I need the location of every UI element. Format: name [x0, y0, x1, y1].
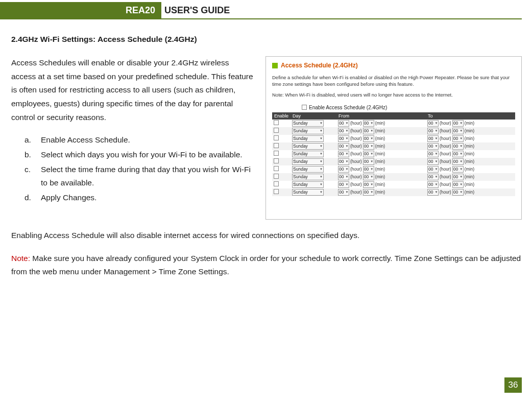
hour-select[interactable]: 00 [427, 158, 439, 165]
table-row: Sunday00(hour)00(min)00(hour)00(min) [272, 127, 515, 135]
min-select[interactable]: 00 [363, 151, 374, 157]
row-enable-checkbox[interactable] [274, 174, 279, 179]
hour-select[interactable]: 00 [338, 189, 349, 196]
hour-label: (hour) [350, 167, 362, 172]
min-select[interactable]: 00 [363, 135, 374, 142]
enable-schedule-label: Enable Access Schedule (2.4GHz) [309, 105, 387, 110]
row-enable-checkbox[interactable] [274, 181, 279, 186]
day-select[interactable]: Sunday [292, 166, 324, 173]
min-select[interactable]: 00 [452, 143, 464, 150]
day-select[interactable]: Sunday [292, 135, 324, 142]
hour-label: (hour) [350, 121, 362, 126]
row-enable-checkbox[interactable] [274, 143, 279, 148]
row-enable-checkbox[interactable] [274, 158, 279, 163]
hour-select[interactable]: 00 [427, 166, 439, 173]
page-number: 36 [504, 377, 522, 393]
min-label: (min) [465, 144, 474, 149]
min-select[interactable]: 00 [452, 151, 464, 157]
step-text: Enable Access Schedule. [41, 133, 255, 147]
hour-select[interactable]: 00 [338, 120, 349, 127]
hour-label: (hour) [350, 159, 362, 164]
row-enable-checkbox[interactable] [274, 128, 279, 133]
min-label: (min) [375, 182, 385, 187]
min-select[interactable]: 00 [452, 181, 464, 188]
hour-select[interactable]: 00 [427, 181, 439, 188]
hour-select[interactable]: 00 [338, 174, 349, 180]
hour-label: (hour) [350, 174, 362, 179]
hour-select[interactable]: 00 [338, 181, 349, 188]
note-label: Note: [11, 254, 30, 263]
min-select[interactable]: 00 [452, 166, 464, 173]
col-enable: Enable [272, 112, 291, 120]
hour-select[interactable]: 00 [427, 174, 439, 180]
hour-label: (hour) [440, 151, 451, 156]
step-text: Select the time frame during that day th… [41, 163, 255, 190]
hour-select[interactable]: 00 [427, 143, 439, 150]
step-item: c.Select the time frame during that day … [25, 163, 255, 190]
min-select[interactable]: 00 [452, 135, 464, 142]
hour-label: (hour) [440, 174, 451, 179]
min-label: (min) [465, 167, 474, 172]
table-row: Sunday00(hour)00(min)00(hour)00(min) [272, 135, 515, 142]
min-select[interactable]: 00 [363, 143, 374, 150]
hour-select[interactable]: 00 [427, 128, 439, 134]
min-select[interactable]: 00 [363, 166, 374, 173]
day-select[interactable]: Sunday [292, 143, 324, 150]
step-item: d.Apply Changes. [25, 191, 255, 205]
after-paragraph: Enabling Access Schedule will also disab… [11, 229, 522, 243]
row-enable-checkbox[interactable] [274, 151, 279, 156]
product-badge: REA20 [0, 2, 161, 18]
min-label: (min) [465, 174, 474, 179]
day-select[interactable]: Sunday [292, 151, 324, 157]
hour-select[interactable]: 00 [427, 135, 439, 142]
min-select[interactable]: 00 [363, 189, 374, 196]
hour-select[interactable]: 00 [338, 143, 349, 150]
hour-select[interactable]: 00 [338, 128, 349, 134]
day-select[interactable]: Sunday [292, 181, 324, 188]
min-select[interactable]: 00 [363, 128, 374, 134]
min-select[interactable]: 00 [363, 181, 374, 188]
min-label: (min) [465, 128, 474, 133]
day-select[interactable]: Sunday [292, 189, 324, 196]
min-select[interactable]: 00 [363, 120, 374, 127]
col-day: Day [291, 112, 336, 120]
hour-select[interactable]: 00 [338, 158, 349, 165]
step-text: Apply Changes. [41, 191, 255, 205]
min-label: (min) [375, 159, 385, 164]
min-select[interactable]: 00 [452, 189, 464, 196]
hour-select[interactable]: 00 [338, 166, 349, 173]
day-select[interactable]: Sunday [292, 174, 324, 180]
settings-screenshot: Access Schedule (2.4GHz) Define a schedu… [265, 56, 522, 220]
hour-select[interactable]: 00 [338, 151, 349, 157]
min-select[interactable]: 00 [452, 158, 464, 165]
row-enable-checkbox[interactable] [274, 189, 279, 194]
panel-note: Note: When Wi-Fi is disabled, wired user… [272, 92, 515, 98]
min-select[interactable]: 00 [452, 120, 464, 127]
min-label: (min) [465, 121, 474, 126]
hour-label: (hour) [440, 182, 451, 187]
hour-label: (hour) [350, 128, 362, 133]
enable-schedule-checkbox[interactable] [302, 105, 307, 110]
min-select[interactable]: 00 [452, 128, 464, 134]
row-enable-checkbox[interactable] [274, 166, 279, 171]
day-select[interactable]: Sunday [292, 120, 324, 127]
min-select[interactable]: 00 [363, 174, 374, 180]
hour-select[interactable]: 00 [427, 151, 439, 157]
intro-paragraph: Access Schedules will enable or disable … [11, 56, 255, 124]
min-label: (min) [375, 144, 385, 149]
col-from: From [336, 112, 426, 120]
hour-select[interactable]: 00 [427, 120, 439, 127]
min-select[interactable]: 00 [363, 158, 374, 165]
row-enable-checkbox[interactable] [274, 120, 279, 125]
day-select[interactable]: Sunday [292, 158, 324, 165]
day-select[interactable]: Sunday [292, 128, 324, 134]
hour-select[interactable]: 00 [338, 135, 349, 142]
step-letter: c. [25, 163, 41, 190]
min-label: (min) [465, 159, 474, 164]
hour-select[interactable]: 00 [427, 189, 439, 196]
min-label: (min) [375, 128, 385, 133]
hour-label: (hour) [350, 151, 362, 156]
row-enable-checkbox[interactable] [274, 135, 279, 140]
guide-title: USER'S GUIDE [161, 2, 230, 18]
min-select[interactable]: 00 [452, 174, 464, 180]
